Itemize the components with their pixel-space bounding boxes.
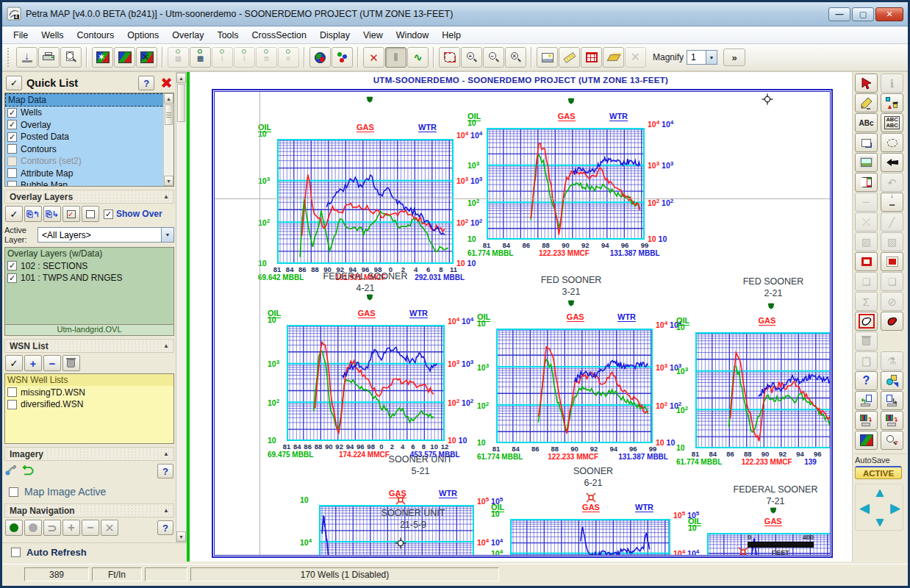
pan-up-icon[interactable]: ▲ (873, 486, 887, 501)
ruler-icon[interactable] (559, 47, 580, 68)
pencil-icon[interactable] (855, 93, 878, 112)
map-area[interactable]: OILGASWTR10104 104103103 103102102 10210… (214, 91, 831, 556)
group-shapes-icon[interactable]: ◥ (881, 371, 903, 390)
wsn-delete-button[interactable] (62, 355, 80, 371)
menu-overlay[interactable]: Overlay (165, 28, 210, 43)
chevron-down-icon[interactable]: ▼ (161, 228, 173, 242)
panel-scroll-thumb[interactable] (177, 84, 185, 122)
map-image-active-checkbox[interactable]: ✓ (9, 487, 18, 497)
close-panel-icon[interactable]: ✖ (160, 76, 173, 90)
list-item[interactable]: ✓Wells (5, 107, 173, 119)
grid-transfer2-icon[interactable]: ↴ (881, 411, 903, 430)
panel-scroll-down-icon[interactable]: ▼ (176, 531, 186, 542)
collapse-icon[interactable]: ▲ (163, 193, 169, 200)
maximize-button[interactable]: ▢ (852, 7, 874, 21)
list-item[interactable]: ✓102 : SECTIONS (5, 259, 173, 272)
text-abc-box-icon[interactable]: ABCABC (881, 113, 903, 132)
arrange-shapes-icon[interactable]: ➦▲ (881, 93, 903, 112)
pan-left-icon[interactable]: ◀ (857, 501, 872, 515)
checkbox[interactable]: ✓ (7, 387, 17, 397)
zoom-out-icon[interactable]: − (483, 47, 504, 68)
active-layer-select[interactable]: <All Layers>▼ (37, 227, 174, 243)
menu-window[interactable]: Window (390, 28, 435, 43)
nav-record-button[interactable] (5, 520, 23, 536)
rect-size-icon[interactable] (855, 133, 878, 152)
pan-right-icon[interactable]: ▶ (888, 501, 903, 515)
collapse-icon[interactable]: ▲ (163, 507, 169, 514)
magnify-select[interactable]: 1▼ (687, 50, 717, 65)
map-navigation-help-button[interactable]: ? (157, 520, 173, 535)
layers-icon[interactable] (603, 47, 624, 68)
list-item[interactable]: ✓Posted Data (5, 131, 173, 143)
list-item[interactable]: ✓Overlay (5, 119, 173, 132)
panel-scrollbar[interactable]: ▲▼ (176, 72, 187, 542)
black-arrow-icon[interactable] (881, 153, 903, 172)
list-item[interactable]: ✓Bubble Map (5, 179, 173, 187)
list-scrollbar[interactable]: ▲▼ (163, 93, 173, 186)
xsec-delete-icon[interactable]: ✕ (363, 47, 384, 68)
menu-options[interactable]: Options (121, 28, 165, 43)
scroll-down-icon[interactable]: ▼ (164, 176, 173, 186)
chevron-down-icon[interactable]: ▼ (706, 51, 717, 64)
overlay-copy-layer-button[interactable]: ⎘↰ (24, 206, 42, 222)
overlay-check-all-button[interactable]: ✓ (5, 206, 23, 222)
menu-help[interactable]: Help (435, 28, 467, 43)
map-create-icon[interactable]: ✶ (92, 47, 113, 68)
list-item[interactable]: ✓diversified.WSN (5, 398, 173, 411)
map-close-icon[interactable]: ✕ (136, 47, 157, 68)
grid-red-icon[interactable] (581, 47, 602, 68)
checkbox[interactable]: ✓ (7, 168, 17, 178)
doc-export-icon[interactable]: ↳ (881, 391, 903, 410)
auto-refresh-checkbox[interactable]: ✓ (11, 548, 21, 557)
wrench-icon[interactable] (5, 463, 20, 479)
menu-view[interactable]: View (357, 28, 390, 43)
close-button[interactable]: ✕ (875, 7, 903, 21)
overlay-select-none-button[interactable] (82, 206, 99, 222)
list-item[interactable]: ✓Contours (5, 143, 173, 156)
legend-icon[interactable] (855, 173, 878, 192)
checkbox[interactable]: ✓ (7, 261, 17, 270)
help-icon[interactable]: ? (855, 371, 878, 390)
wsn-list-header[interactable]: WSN List▲ (4, 339, 174, 353)
print-icon[interactable] (38, 47, 60, 68)
map-open-icon[interactable] (114, 47, 135, 68)
revert-icon[interactable]: ⮌ (21, 464, 34, 478)
imagery-header[interactable]: Imagery▲ (4, 447, 174, 461)
checkbox[interactable]: ✓ (7, 181, 17, 187)
menu-wells[interactable]: Wells (35, 28, 70, 43)
toolbar-expand-button[interactable]: » (723, 49, 745, 66)
overlay-layers-header[interactable]: Overlay Layers▲ (4, 190, 174, 204)
scroll-up-icon[interactable]: ▲ (164, 93, 173, 104)
image-frame-icon[interactable] (855, 153, 878, 172)
text-abc-icon[interactable]: ABc (855, 113, 878, 132)
xsec-hatch-icon[interactable]: ⫴ (385, 47, 406, 68)
zoom-in-icon[interactable]: + (461, 47, 482, 68)
pan-down-icon[interactable]: ▼ (873, 515, 887, 530)
collapse-icon[interactable]: ▲ (163, 343, 169, 349)
scroll-thumb[interactable] (165, 104, 173, 125)
minimize-button[interactable]: — (828, 7, 850, 21)
print-preview-icon[interactable] (60, 47, 82, 68)
doc-import-icon[interactable]: ↰ (855, 391, 878, 410)
dash-arrow-icon[interactable]: ↓┅ (881, 193, 903, 212)
cursor-arrow-icon[interactable] (855, 74, 878, 93)
panel-scroll-up-icon[interactable]: ▲ (176, 73, 186, 83)
wsn-remove-button[interactable]: − (43, 355, 61, 371)
xsec-curve-icon[interactable]: ∿ (407, 47, 429, 68)
overlay-move-layer-button[interactable]: ⎘↳ (43, 206, 61, 222)
grid-transfer-icon[interactable]: ↴ (855, 411, 878, 430)
menu-file[interactable]: File (7, 28, 35, 43)
checkbox[interactable]: ✓ (7, 132, 17, 142)
poly-fill-red-icon[interactable] (881, 312, 903, 331)
checkbox[interactable]: ✓ (7, 108, 17, 118)
zoom-box-icon[interactable] (439, 47, 460, 68)
menu-display[interactable]: Display (313, 28, 357, 43)
wsn-check-button[interactable]: ✓ (5, 355, 23, 371)
zoom-reset-icon[interactable]: ✕ (505, 47, 526, 68)
pie-chart-icon[interactable] (309, 47, 331, 68)
help-button[interactable]: ? (138, 76, 154, 90)
well-symbols-icon[interactable]: ▩ (190, 47, 211, 68)
imagery-help-button[interactable]: ? (157, 464, 173, 478)
overlay-select-red-button[interactable]: ✓ (62, 206, 80, 222)
checkbox[interactable]: ✓ (7, 157, 17, 166)
